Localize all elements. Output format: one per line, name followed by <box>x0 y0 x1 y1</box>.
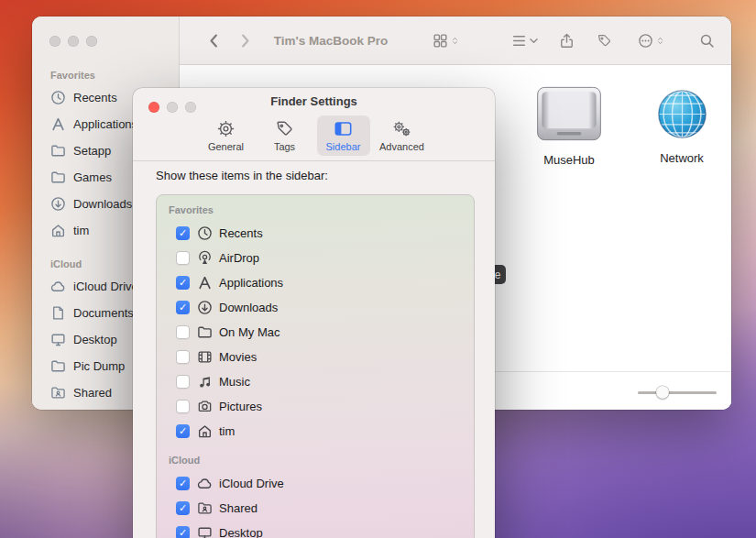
tab-general[interactable]: General <box>200 115 253 156</box>
sidebar-item-label: Games <box>73 170 112 184</box>
more-options-button[interactable] <box>638 16 664 65</box>
tag-icon <box>275 119 294 138</box>
sidebar-item-label: Shared <box>73 386 112 400</box>
checklist-item-label: Pictures <box>219 400 262 413</box>
desktop-icon <box>50 332 66 347</box>
tab-label: Tags <box>274 141 295 152</box>
checklist-row-shared: Shared <box>157 496 474 521</box>
checkbox-icloud-drive[interactable] <box>176 477 190 490</box>
tab-label: Sidebar <box>326 141 361 152</box>
list-section-label: iCloud <box>157 449 474 471</box>
zoom-button[interactable] <box>86 36 97 47</box>
finder-settings-window: Finder Settings General Tags Sidebar Adv… <box>133 88 495 538</box>
external-drive-icon <box>531 85 608 142</box>
checklist-item-label: Movies <box>219 350 257 364</box>
sidebar-item-label: iCloud Drive <box>73 280 138 293</box>
sidebar-item-label: tim <box>73 224 89 237</box>
checkbox-desktop[interactable] <box>176 526 190 538</box>
checkbox-recents[interactable] <box>176 226 190 240</box>
checkbox-on-my-mac[interactable] <box>176 325 190 339</box>
share-icon <box>559 33 575 49</box>
sidebar-item-label: Documents <box>73 306 134 320</box>
checklist-item-label: tim <box>219 424 235 438</box>
sidebar-item-label: Pic Dump <box>73 359 125 373</box>
slider-track[interactable] <box>638 391 717 394</box>
music-icon <box>197 374 213 390</box>
sidebar-item-label: Desktop <box>73 333 117 346</box>
shared-folder-icon <box>197 500 213 516</box>
checklist-row-airdrop: AirDrop <box>157 246 474 270</box>
group-list-icon <box>511 33 527 49</box>
applications-icon <box>50 116 66 132</box>
folder-icon <box>50 170 66 185</box>
sidebar-section-label: Favorites <box>41 66 174 84</box>
share-button[interactable] <box>559 16 575 65</box>
folder-icon <box>197 324 213 340</box>
list-section-label: Favorites <box>157 199 474 221</box>
sidebar-item-label: Downloads <box>73 197 132 211</box>
file-label: Network <box>660 151 704 165</box>
home-icon <box>50 223 66 238</box>
tab-label: Advanced <box>379 141 424 152</box>
checklist-row-downloads: Downloads <box>157 295 474 320</box>
file-musehub[interactable]: MuseHub <box>523 85 615 167</box>
folder-icon <box>50 143 66 159</box>
checkbox-music[interactable] <box>176 375 190 389</box>
sidebar-icon <box>334 119 353 138</box>
tab-tags[interactable]: Tags <box>258 115 312 156</box>
tags-button[interactable] <box>597 16 612 65</box>
chevron-updown-icon <box>656 37 664 45</box>
checklist-item-label: Desktop <box>219 526 263 538</box>
tab-advanced[interactable]: Advanced <box>376 115 429 156</box>
checklist-item-label: On My Mac <box>219 325 279 339</box>
checklist-row-recents: Recents <box>157 221 474 246</box>
film-icon <box>197 349 213 365</box>
chevron-updown-icon <box>451 37 459 45</box>
checklist-row-applications: Applications <box>157 270 474 295</box>
checkbox-tim[interactable] <box>176 424 190 438</box>
checklist-item-label: iCloud Drive <box>219 477 284 490</box>
icon-size-slider[interactable] <box>638 386 717 399</box>
gear-icon <box>216 119 236 138</box>
checklist-row-music: Music <box>157 369 474 394</box>
close-button[interactable] <box>49 36 60 47</box>
view-options-button[interactable] <box>433 16 459 65</box>
toolbar-divider <box>133 160 495 161</box>
search-button[interactable] <box>699 16 715 65</box>
window-title: Tim's MacBook Pro <box>198 16 464 65</box>
cloud-icon <box>197 476 213 491</box>
settings-window-title: Finder Settings <box>133 94 495 108</box>
checkbox-pictures[interactable] <box>176 400 190 413</box>
camera-icon <box>197 399 213 414</box>
checklist-item-label: Downloads <box>219 301 278 314</box>
checkbox-downloads[interactable] <box>176 301 190 314</box>
file-network[interactable]: Network <box>636 85 728 165</box>
tab-label: General <box>208 141 244 152</box>
more-ellipsis-icon <box>638 33 653 49</box>
zoom-slider-knob[interactable] <box>656 386 669 399</box>
checkbox-movies[interactable] <box>176 350 190 364</box>
settings-tab-bar: General Tags Sidebar Advanced <box>133 115 495 156</box>
checkbox-shared[interactable] <box>176 501 190 515</box>
shared-folder-icon <box>50 385 66 401</box>
desktop-icon <box>197 525 213 538</box>
downloads-icon <box>50 196 66 212</box>
document-icon <box>50 305 66 321</box>
tag-icon <box>597 33 612 49</box>
desktop: FavoritesRecentsApplicationsSetappGamesD… <box>0 0 756 538</box>
checkbox-airdrop[interactable] <box>176 251 190 265</box>
checklist-row-on-my-mac: On My Mac <box>157 320 474 345</box>
gears-icon <box>392 119 411 138</box>
clock-icon <box>50 90 66 105</box>
tab-sidebar[interactable]: Sidebar <box>317 115 370 156</box>
minimize-button[interactable] <box>68 36 79 47</box>
group-button[interactable] <box>511 16 538 65</box>
checklist-row-pictures: Pictures <box>157 394 474 419</box>
checkbox-applications[interactable] <box>176 276 190 290</box>
checklist-item-label: Applications <box>219 276 283 290</box>
checklist-row-movies: Movies <box>157 345 474 369</box>
checklist-row-tim: tim <box>157 419 474 444</box>
checklist-row-desktop: Desktop <box>157 521 474 538</box>
applications-icon <box>197 275 213 291</box>
downloads-icon <box>197 300 213 315</box>
